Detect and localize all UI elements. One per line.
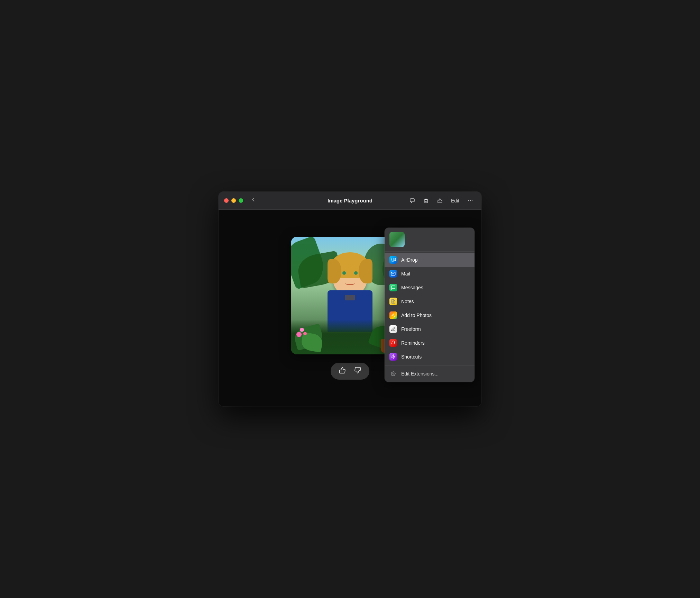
thumbsdown-button[interactable] — [351, 365, 364, 377]
menu-item-photos[interactable]: Add to Photos — [385, 308, 475, 322]
edit-extensions-label: Edit Extensions... — [401, 371, 439, 377]
delete-button[interactable] — [421, 195, 432, 206]
svg-point-5 — [470, 200, 471, 201]
menu-item-messages[interactable]: Messages — [385, 281, 475, 295]
svg-point-6 — [472, 200, 472, 201]
freeform-icon — [389, 325, 397, 333]
main-content: AirDrop Mail — [219, 210, 481, 406]
freeform-label: Freeform — [401, 326, 421, 332]
svg-point-7 — [393, 261, 394, 262]
svg-point-11 — [393, 315, 394, 316]
preview-row — [385, 228, 475, 252]
titlebar-actions: Edit — [407, 195, 476, 206]
back-button[interactable] — [249, 196, 258, 206]
titlebar: Image Playground Edit — [219, 192, 481, 210]
minimize-button[interactable] — [231, 198, 236, 203]
feedback-buttons — [331, 363, 369, 380]
menu-item-notes[interactable]: Notes — [385, 295, 475, 308]
shortcuts-icon — [389, 353, 397, 361]
airdrop-icon — [389, 256, 397, 264]
menu-divider — [385, 365, 475, 365]
add-to-photos-label: Add to Photos — [401, 312, 432, 318]
notes-icon — [389, 298, 397, 305]
traffic-lights — [224, 198, 243, 203]
photos-icon — [389, 311, 397, 319]
menu-item-airdrop[interactable]: AirDrop — [385, 253, 475, 267]
menu-item-freeform[interactable]: Freeform — [385, 322, 475, 336]
preview-thumbnail — [389, 232, 405, 247]
menu-item-shortcuts[interactable]: Shortcuts — [385, 350, 475, 364]
close-button[interactable] — [224, 198, 229, 203]
svg-point-4 — [468, 200, 469, 201]
notes-label: Notes — [401, 299, 414, 304]
airdrop-label: AirDrop — [401, 257, 417, 263]
reminders-icon — [389, 339, 397, 347]
svg-marker-12 — [392, 355, 395, 359]
menu-item-reminders[interactable]: Reminders — [385, 336, 475, 350]
share-dropdown: AirDrop Mail — [385, 228, 475, 382]
svg-point-13 — [393, 373, 394, 374]
edit-extensions-item[interactable]: Edit Extensions... — [385, 367, 475, 381]
more-button[interactable] — [465, 195, 476, 206]
share-button[interactable] — [434, 195, 445, 206]
edit-extensions-icon — [389, 370, 397, 378]
menu-items: AirDrop Mail — [385, 252, 475, 382]
edit-button[interactable]: Edit — [448, 197, 462, 205]
menu-item-mail[interactable]: Mail — [385, 267, 475, 281]
svg-rect-1 — [425, 200, 427, 203]
messages-label: Messages — [401, 285, 423, 290]
window-title: Image Playground — [328, 198, 372, 203]
shortcuts-label: Shortcuts — [401, 354, 422, 360]
thumbsup-button[interactable] — [336, 365, 349, 377]
mail-label: Mail — [401, 271, 410, 277]
app-window: Image Playground Edit — [219, 192, 481, 406]
maximize-button[interactable] — [239, 198, 243, 203]
messages-icon — [389, 284, 397, 291]
mail-icon — [389, 270, 397, 278]
svg-rect-0 — [410, 199, 414, 202]
reminders-label: Reminders — [401, 340, 425, 346]
feedback-button[interactable] — [407, 195, 418, 206]
